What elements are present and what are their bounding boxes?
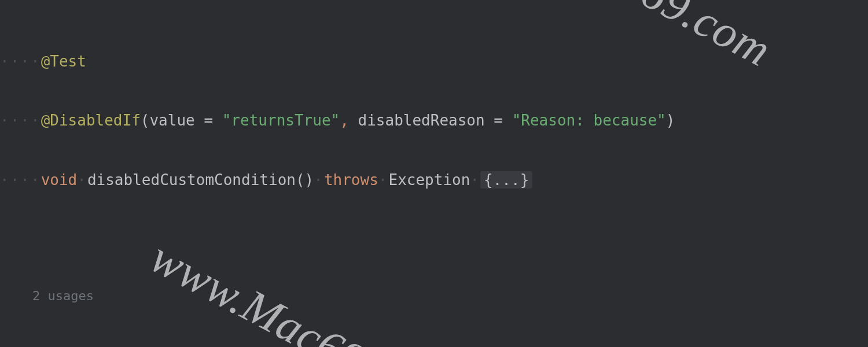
indent-guide: ···· (0, 171, 41, 189)
space-dot: · (470, 171, 480, 189)
paren-open: ( (141, 112, 150, 129)
space-dot: · (314, 171, 324, 189)
folded-region[interactable]: {...} (480, 171, 532, 189)
usages-hint[interactable]: 2 usages (0, 284, 868, 314)
code-line[interactable]: ····@DisabledIf(value = "returnsTrue", d… (0, 106, 868, 136)
paren-close: ) (666, 112, 675, 129)
space-dot: · (77, 171, 87, 189)
annotation-disabledif: @DisabledIf (41, 112, 141, 129)
keyword-void: void (41, 171, 78, 189)
parens: () (296, 171, 314, 189)
indent-guide: ···· (0, 53, 41, 70)
string-literal: "Reason: because" (512, 112, 666, 129)
method-name: disabledCustomCondition (87, 171, 296, 189)
annotation-test: @Test (41, 53, 86, 70)
equals: = (485, 112, 512, 129)
indent-guide: ···· (0, 112, 41, 129)
comma: , (340, 112, 349, 129)
code-line[interactable]: ····@Test (0, 47, 868, 77)
equals: = (195, 112, 222, 129)
space (349, 112, 358, 129)
exception-type: Exception (388, 171, 470, 189)
code-editor[interactable]: ····@Test ····@DisabledIf(value = "retur… (0, 0, 868, 347)
space-dot: · (378, 171, 389, 189)
string-literal: "returnsTrue" (222, 112, 340, 129)
keyword-throws: throws (324, 171, 378, 189)
code-line[interactable]: ····void·disabledCustomCondition()·throw… (0, 165, 868, 195)
blank-line (0, 225, 868, 255)
param-disabled-reason: disabledReason (358, 112, 485, 129)
param-value: value (149, 112, 194, 129)
code-line[interactable]: ····boolean·returnsTrue() { (0, 344, 868, 347)
